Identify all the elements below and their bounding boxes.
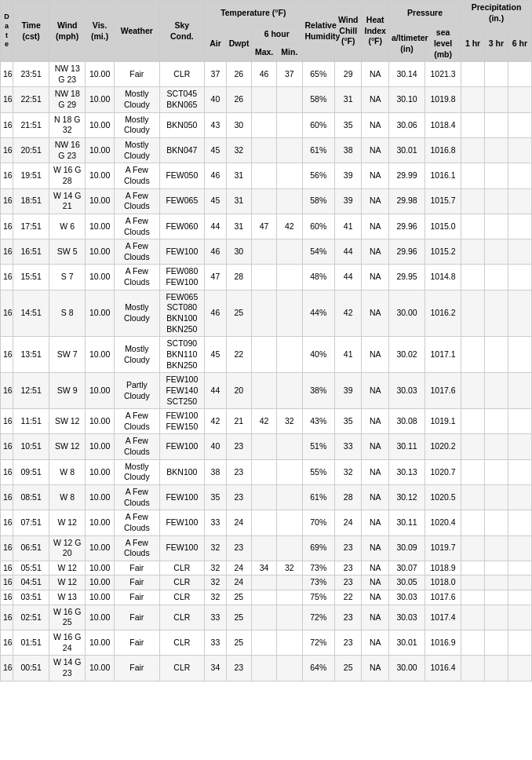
sea-cell: 1019.7 <box>425 535 461 561</box>
date-cell: 16 <box>1 112 13 137</box>
vis-cell: 10.00 <box>86 656 115 681</box>
table-row: 1614:51S 810.00Mostly CloudyFEW065 SCT08… <box>1 290 532 337</box>
sky-cell: FEW100 FEW150 <box>159 409 205 434</box>
hi-cell: NA <box>362 188 389 214</box>
date-cell: 16 <box>1 459 13 484</box>
dwpt-cell: 32 <box>226 138 251 163</box>
vis-cell: 10.00 <box>86 112 115 137</box>
p6-cell <box>508 265 531 290</box>
hi-cell: NA <box>362 590 389 605</box>
dwpt-cell: 26 <box>226 62 251 87</box>
time-cell: 08:51 <box>13 484 49 510</box>
p6-cell <box>508 510 531 535</box>
max-cell: 42 <box>251 409 276 434</box>
time-cell: 04:51 <box>13 575 49 590</box>
min-cell <box>277 459 302 484</box>
p3-cell <box>485 484 508 510</box>
max-cell <box>251 112 276 137</box>
air-cell: 33 <box>205 630 227 656</box>
air-cell: 33 <box>205 605 227 630</box>
wc-cell: 41 <box>334 337 362 373</box>
time-cell: 22:51 <box>13 87 49 112</box>
air-cell: 46 <box>205 163 227 188</box>
sea-cell: 1017.4 <box>425 605 461 630</box>
wind-cell: SW 12 <box>49 434 86 459</box>
table-row: 1603:51W 1310.00FairCLR322575%22NA30.031… <box>1 590 532 605</box>
rh-cell: 40% <box>302 337 334 373</box>
sky-header: SkyCond. <box>159 1 205 62</box>
vis-cell: 10.00 <box>86 459 115 484</box>
wind-cell: SW 7 <box>49 337 86 373</box>
dwpt-cell: 23 <box>226 484 251 510</box>
date-cell: 16 <box>1 62 13 87</box>
date-cell: 16 <box>1 188 13 214</box>
weather-cell: Fair <box>115 575 160 590</box>
p1-cell <box>461 337 485 373</box>
max-cell <box>251 290 276 337</box>
wind-cell: W 14 G 23 <box>49 656 86 681</box>
p1-cell <box>461 535 485 561</box>
hi-cell: NA <box>362 239 389 265</box>
p3-cell <box>485 590 508 605</box>
table-row: 1604:51W 1210.00FairCLR322473%23NA30.051… <box>1 575 532 590</box>
alt-cell: 30.03 <box>389 373 425 409</box>
weather-cell: Mostly Cloudy <box>115 337 160 373</box>
dwpt-cell: 25 <box>226 590 251 605</box>
time-cell: 07:51 <box>13 510 49 535</box>
wind-cell: W 16 G 24 <box>49 630 86 656</box>
vis-cell: 10.00 <box>86 409 115 434</box>
date-cell: 16 <box>1 138 13 163</box>
wc-cell: 22 <box>334 590 362 605</box>
rh-cell: 60% <box>302 214 334 239</box>
table-row: 1623:51NW 13 G 2310.00FairCLR3726463765%… <box>1 62 532 87</box>
p3-cell <box>485 87 508 112</box>
max-cell <box>251 535 276 561</box>
hi-cell: NA <box>362 373 389 409</box>
hi-cell: NA <box>362 434 389 459</box>
alt-cell: 30.05 <box>389 575 425 590</box>
vis-header: Vis.(mi.) <box>86 1 115 62</box>
rh-cell: 51% <box>302 434 334 459</box>
sky-cell: FEW050 <box>159 163 205 188</box>
wc-cell: 35 <box>334 409 362 434</box>
air-cell: 43 <box>205 112 227 137</box>
p1-header: 1 hr <box>461 26 485 62</box>
sky-cell: FEW100 <box>159 535 205 561</box>
dwpt-cell: 30 <box>226 112 251 137</box>
p6-cell <box>508 656 531 681</box>
rh-cell: 58% <box>302 188 334 214</box>
time-cell: 05:51 <box>13 561 49 575</box>
rh-cell: 38% <box>302 373 334 409</box>
p6-cell <box>508 484 531 510</box>
weather-header: Weather <box>115 1 160 62</box>
min-cell <box>277 290 302 337</box>
hi-header: HeatIndex(°F) <box>362 1 389 62</box>
p3-cell <box>485 239 508 265</box>
sky-cell: BKN050 <box>159 112 205 137</box>
air-cell: 44 <box>205 373 227 409</box>
date-cell: 16 <box>1 239 13 265</box>
time-cell: 03:51 <box>13 590 49 605</box>
p1-cell <box>461 484 485 510</box>
sea-cell: 1020.4 <box>425 510 461 535</box>
max-cell <box>251 434 276 459</box>
sea-cell: 1016.8 <box>425 138 461 163</box>
dwpt-cell: 22 <box>226 337 251 373</box>
air-cell: 38 <box>205 459 227 484</box>
alt-cell: 30.02 <box>389 337 425 373</box>
date-cell: 16 <box>1 605 13 630</box>
date-cell: 16 <box>1 214 13 239</box>
sea-cell: 1014.8 <box>425 265 461 290</box>
min-cell <box>277 510 302 535</box>
date-cell: 16 <box>1 87 13 112</box>
p3-cell <box>485 290 508 337</box>
sea-cell: 1015.7 <box>425 188 461 214</box>
dwpt-cell: 24 <box>226 575 251 590</box>
p3-cell <box>485 112 508 137</box>
time-cell: 16:51 <box>13 239 49 265</box>
wind-cell: W 12 <box>49 510 86 535</box>
vis-cell: 10.00 <box>86 605 115 630</box>
sea-cell: 1017.6 <box>425 373 461 409</box>
wind-cell: NW 13 G 23 <box>49 62 86 87</box>
wc-cell: 39 <box>334 188 362 214</box>
